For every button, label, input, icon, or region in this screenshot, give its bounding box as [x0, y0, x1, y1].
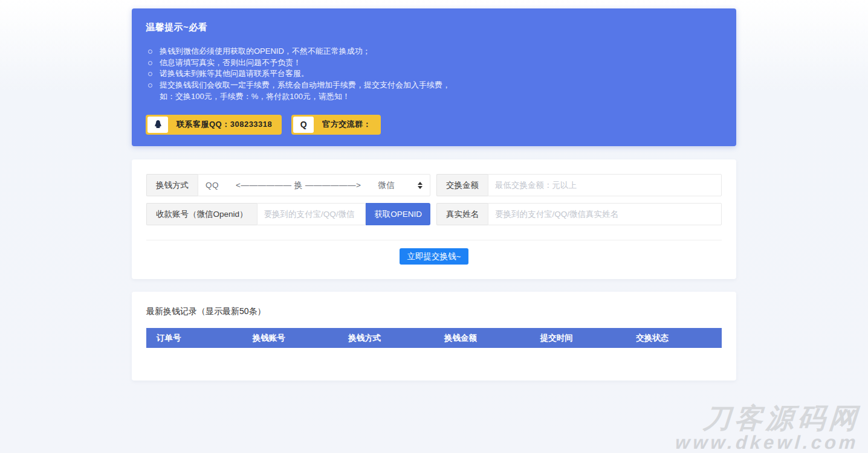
official-group-button[interactable]: Q 官方交流群：: [291, 115, 381, 135]
records-table: 订单号 换钱账号 换钱方式 换钱金额 提交时间 交换状态: [146, 328, 722, 364]
exchange-amount-group: 交换金额: [436, 174, 722, 196]
notice-item: 提交换钱我们会收取一定手续费，系统会自动增加手续费，提交支付会加入手续费， 如：…: [146, 80, 722, 102]
real-name-input[interactable]: [488, 203, 722, 225]
notice-banner: 温馨提示~必看 换钱到微信必须使用获取的OPENID，不然不能正常换成功； 信息…: [132, 8, 736, 146]
exchange-form-grid: 换钱方式 QQ <—————— 换 ——————> 微信 交换金额 收款账号（微…: [146, 174, 722, 225]
notice-item: 诺换钱未到账等其他问题请联系平台客服。: [146, 68, 722, 80]
notice-buttons-row: 联系客服QQ：308233318 Q 官方交流群：: [146, 115, 722, 135]
submit-exchange-button[interactable]: 立即提交换钱~: [400, 248, 469, 265]
q-letter-icon: Q: [293, 117, 314, 133]
column-exchange-account: 换钱账号: [242, 333, 338, 344]
notice-item-text: 换钱到微信必须使用获取的OPENID，不然不能正常换成功；: [160, 47, 371, 56]
notice-list: 换钱到微信必须使用获取的OPENID，不然不能正常换成功； 信息请填写真实，否则…: [146, 46, 722, 103]
exchange-form-card: 换钱方式 QQ <—————— 换 ——————> 微信 交换金额 收款账号（微…: [132, 159, 736, 279]
exchange-method-label: 换钱方式: [146, 174, 198, 196]
records-table-empty-body: [146, 348, 722, 364]
site-watermark: 刀客源码网 www.dkewl.com: [675, 404, 861, 452]
column-order-id: 订单号: [146, 333, 242, 344]
watermark-site-url: www.dkewl.com: [675, 433, 859, 452]
contact-qq-label: 联系客服QQ：308233318: [177, 119, 272, 130]
column-submit-time: 提交时间: [530, 333, 626, 344]
records-card: 最新换钱记录（显示最新50条） 订单号 换钱账号 换钱方式 换钱金额 提交时间 …: [132, 292, 736, 381]
notice-item-text: 提交换钱我们会收取一定手续费，系统会自动增加手续费，提交支付会加入手续费，: [160, 80, 450, 89]
official-group-label: 官方交流群：: [322, 119, 371, 130]
real-name-group: 真实姓名: [436, 203, 722, 225]
receive-account-input[interactable]: [257, 203, 366, 225]
notice-item-text: 信息请填写真实，否则出问题不予负责！: [160, 58, 301, 67]
notice-item-text: 诺换钱未到账等其他问题请联系平台客服。: [160, 69, 309, 78]
exchange-method-select[interactable]: QQ <—————— 换 ——————> 微信: [198, 174, 430, 196]
notice-title: 温馨提示~必看: [146, 22, 722, 33]
exchange-method-value: QQ <—————— 换 ——————> 微信: [206, 180, 413, 191]
get-openid-button[interactable]: 获取OPENID: [366, 203, 430, 225]
column-exchange-status: 交换状态: [626, 333, 722, 344]
records-title: 最新换钱记录（显示最新50条）: [146, 306, 722, 317]
notice-item-continuation: 如：交换100元，手续费：%，将付款100元，请悉知！: [160, 91, 722, 103]
exchange-amount-input[interactable]: [488, 174, 722, 196]
column-exchange-amount: 换钱金额: [434, 333, 530, 344]
receive-account-group: 收款账号（微信Openid） 获取OPENID: [146, 203, 430, 225]
receive-account-label: 收款账号（微信Openid）: [146, 203, 257, 225]
qq-penguin-icon: [147, 117, 168, 133]
exchange-method-group: 换钱方式 QQ <—————— 换 ——————> 微信: [146, 174, 430, 196]
contact-qq-button[interactable]: 联系客服QQ：308233318: [146, 115, 282, 135]
page-container: 温馨提示~必看 换钱到微信必须使用获取的OPENID，不然不能正常换成功； 信息…: [132, 0, 736, 381]
notice-item: 信息请填写真实，否则出问题不予负责！: [146, 57, 722, 69]
select-updown-icon: [418, 182, 423, 189]
exchange-amount-label: 交换金额: [436, 174, 488, 196]
records-table-header: 订单号 换钱账号 换钱方式 换钱金额 提交时间 交换状态: [146, 328, 722, 348]
watermark-site-name: 刀客源码网: [676, 404, 861, 432]
real-name-label: 真实姓名: [436, 203, 488, 225]
form-divider: [146, 240, 722, 240]
column-exchange-method: 换钱方式: [338, 333, 434, 344]
notice-item: 换钱到微信必须使用获取的OPENID，不然不能正常换成功；: [146, 46, 722, 57]
submit-row: 立即提交换钱~: [146, 248, 722, 265]
